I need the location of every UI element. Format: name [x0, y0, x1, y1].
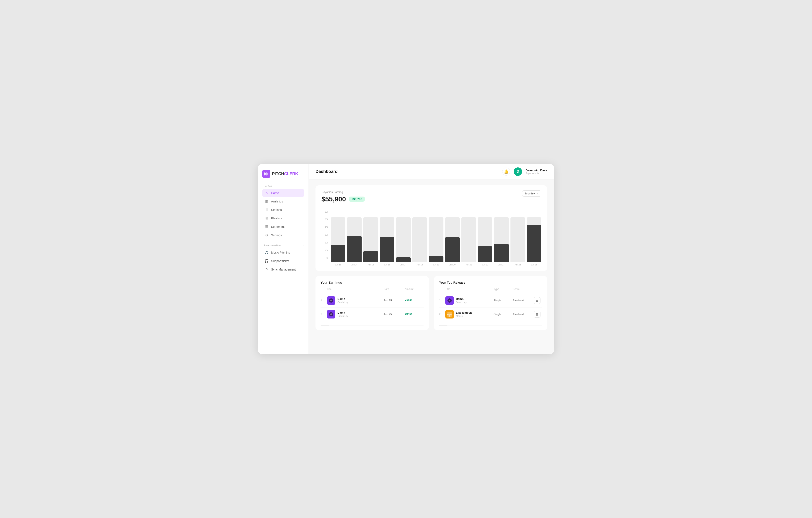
- bar-label-12: Jun 25: [531, 264, 537, 266]
- sidebar-item-playlists[interactable]: ⊞ Playlists: [262, 214, 304, 222]
- scroll-indicator-release: [439, 325, 542, 326]
- earnings-row-1: 1. Damn Omah Lay Jun 25 +$250: [321, 294, 424, 307]
- svg-point-12: [449, 315, 451, 317]
- sidebar-label-music-pitching: Music Pitching: [271, 251, 290, 254]
- notification-button[interactable]: 🔔: [502, 167, 510, 176]
- sidebar-item-analytics[interactable]: ▦ Analytics: [262, 197, 304, 206]
- svg-point-3: [330, 300, 332, 301]
- sidebar-item-home[interactable]: ⌂ Home: [262, 189, 304, 197]
- bar-fill-0: [331, 245, 345, 262]
- bell-icon: 🔔: [504, 169, 509, 174]
- earnings-table-header: Title Date Amount: [321, 287, 424, 293]
- for-you-label: For You: [262, 185, 304, 187]
- y-label-40k: 40k: [325, 226, 328, 228]
- track-artist-2: Omah Lay: [338, 315, 348, 317]
- release-track-text-2: Like a movie Magixx: [456, 311, 472, 317]
- scroll-thumb: [321, 325, 329, 326]
- main-nav: ⌂ Home ▦ Analytics ⠿ Stations ⊞ Playlist…: [262, 189, 304, 240]
- svg-rect-1: [327, 296, 336, 305]
- logo-icon: [262, 170, 270, 178]
- chart-section: Royalties Earning $55,900 +$6,700 Monthl…: [316, 185, 547, 271]
- sidebar-item-sync-management[interactable]: ↻ Sync Management: [262, 266, 304, 273]
- release-num-1: 1.: [439, 299, 445, 302]
- header: Dashboard 🔔 D Davecsko Dave Super Admin: [309, 164, 554, 179]
- period-label: Monthly: [525, 192, 535, 195]
- svg-text:MAGIXX: MAGIXX: [447, 314, 452, 315]
- music-pitching-icon: 🎵: [265, 251, 268, 254]
- chart-title-group: Royalties Earning $55,900 +$6,700: [321, 190, 365, 203]
- sidebar-item-settings[interactable]: ⚙ Settings: [262, 231, 304, 239]
- bar-track-6: [429, 217, 443, 262]
- home-icon: ⌂: [265, 191, 268, 195]
- pro-section-header[interactable]: Professional tool ⌄: [262, 244, 304, 247]
- track-thumb-damn-2: [327, 310, 336, 318]
- sidebar-label-stations: Stations: [271, 208, 282, 212]
- waveform-icon-1: ▦: [536, 299, 539, 302]
- bar-group-10: Jun 23: [494, 217, 509, 266]
- scroll-thumb-release: [439, 325, 447, 326]
- sidebar-item-support-ticket[interactable]: 🎧 Support ticket: [262, 257, 304, 265]
- y-label-0k: 0k: [326, 257, 328, 259]
- track-name-1: Damn: [338, 297, 348, 301]
- track-name-2: Damn: [338, 311, 348, 314]
- top-release-panel-title: Your Top Release: [439, 281, 542, 284]
- bar-group-11: Jun 24: [511, 217, 525, 266]
- svg-point-2: [329, 298, 333, 303]
- bar-fill-12: [527, 225, 541, 262]
- bar-label-10: Jun 23: [498, 264, 504, 266]
- release-track-name-1: Damn: [456, 297, 467, 301]
- scroll-indicator: [321, 325, 424, 326]
- track-text-1: Damn Omah Lay: [338, 297, 348, 304]
- bar-label-7: Jun 20: [449, 264, 456, 266]
- earnings-panel-title: Your Earnings: [321, 281, 424, 284]
- logo: PITCHCLERK: [262, 170, 304, 178]
- sidebar-label-sync-management: Sync Management: [271, 268, 296, 271]
- svg-point-9: [449, 300, 451, 301]
- sidebar-label-home: Home: [271, 191, 279, 195]
- bar-group-4: Jun 17: [396, 217, 411, 266]
- content-area: Royalties Earning $55,900 +$6,700 Monthl…: [309, 179, 554, 354]
- row-num-1: 1.: [321, 299, 327, 302]
- track-text-2: Damn Omah Lay: [338, 311, 348, 317]
- bar-group-2: Jun 15: [363, 217, 378, 266]
- bar-fill-3: [380, 237, 395, 262]
- release-col-genre: Genre: [513, 287, 534, 291]
- bar-chart: 60k 50k 40k 30k 20k 10k 0k Jun 13Jun 14J…: [321, 211, 541, 266]
- release-track-info-1: Damn Omah Lay: [445, 296, 494, 305]
- bar-group-1: Jun 14: [347, 217, 361, 266]
- release-type-1: Single: [494, 299, 513, 302]
- sidebar-item-stations[interactable]: ⠿ Stations: [262, 206, 304, 214]
- earnings-date-1: Jun 25: [384, 299, 405, 302]
- chart-amount: $55,900 +$6,700: [321, 195, 365, 203]
- release-genre-1: Afro beat: [513, 299, 534, 302]
- statement-icon: ☰: [265, 225, 268, 229]
- waveform-icon-2: ▦: [536, 312, 539, 316]
- user-info: Davecsko Dave Super Admin: [525, 169, 547, 175]
- sidebar-label-settings: Settings: [271, 234, 282, 237]
- track-thumb-damn-1: [327, 296, 336, 305]
- bar-track-1: [347, 217, 361, 262]
- sidebar-item-statement[interactable]: ☰ Statement: [262, 223, 304, 231]
- sidebar-label-statement: Statement: [271, 225, 285, 228]
- chevron-down-icon: ▼: [536, 192, 538, 195]
- sidebar-item-music-pitching[interactable]: 🎵 Music Pitching: [262, 248, 304, 256]
- bar-group-0: Jun 13: [331, 217, 345, 266]
- waveform-button-2[interactable]: ▦: [534, 311, 541, 318]
- earnings-date-2: Jun 25: [384, 312, 405, 316]
- release-col-title: Title: [445, 287, 494, 291]
- waveform-button-1[interactable]: ▦: [534, 297, 541, 304]
- svg-rect-4: [327, 310, 336, 318]
- period-selector-button[interactable]: Monthly ▼: [522, 190, 541, 196]
- sync-icon: ↻: [265, 268, 268, 271]
- sidebar-label-playlists: Playlists: [271, 217, 282, 220]
- bar-label-4: Jun 17: [400, 264, 407, 266]
- svg-point-5: [329, 312, 333, 316]
- bar-track-12: [527, 217, 541, 262]
- bar-label-1: Jun 14: [351, 264, 357, 266]
- bar-fill-4: [396, 257, 411, 262]
- header-right: 🔔 D Davecsko Dave Super Admin: [502, 167, 547, 176]
- page-title: Dashboard: [316, 169, 338, 174]
- earnings-col-title: Title: [327, 287, 384, 291]
- y-label-20k: 20k: [325, 242, 328, 244]
- avatar: D: [514, 167, 522, 176]
